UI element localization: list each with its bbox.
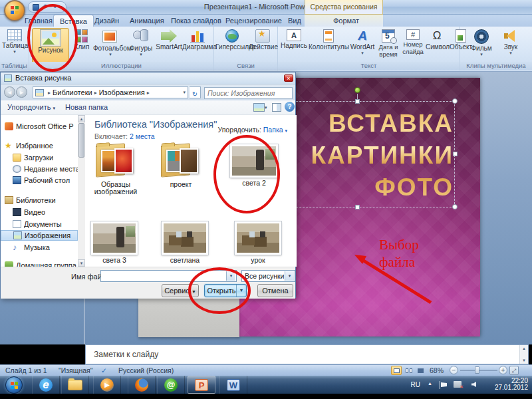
zoom-out-icon[interactable]: − bbox=[450, 366, 458, 374]
language-tray[interactable]: RU bbox=[411, 381, 420, 388]
sidebar-item-homegroup[interactable]: Домашняя группа bbox=[1, 260, 78, 267]
slide-sorter-button[interactable] bbox=[403, 366, 414, 375]
wordart-button[interactable]: A WordArt ▾ bbox=[348, 28, 376, 55]
clipart-button[interactable]: Клип bbox=[70, 28, 93, 51]
tab-animation[interactable]: Анимация bbox=[124, 15, 170, 27]
notes-panel[interactable]: Заметки к слайду ▲ ▼ bbox=[85, 344, 529, 364]
sidebar-item-video[interactable]: Видео bbox=[1, 207, 78, 217]
sidebar-item-music[interactable]: ♪ Музыка bbox=[1, 242, 78, 253]
file-sveta2-image[interactable]: света 2 bbox=[225, 144, 283, 187]
taskbar-word[interactable]: W bbox=[219, 376, 247, 394]
header-footer-button[interactable]: Колонтитулы bbox=[309, 28, 348, 51]
shapes-button[interactable]: Фигуры ▾ bbox=[128, 28, 154, 57]
scroll-up-icon[interactable]: ▲ bbox=[520, 345, 528, 352]
sidebar-item-recent[interactable]: Недавние места bbox=[1, 164, 78, 174]
zoom-in-icon[interactable]: + bbox=[499, 366, 507, 374]
back-icon[interactable]: ◄ bbox=[4, 86, 15, 98]
tray-network-icon[interactable] bbox=[454, 381, 462, 389]
resize-handle-bottom[interactable] bbox=[355, 205, 360, 209]
rotate-handle[interactable] bbox=[354, 87, 360, 93]
language-indicator[interactable]: Русский (Россия) bbox=[118, 366, 174, 374]
arrange-by[interactable]: Упорядочить: Папка ▾ bbox=[217, 126, 287, 134]
breadcrumb-libraries[interactable]: Библиотеки bbox=[53, 88, 92, 96]
tab-format[interactable]: Формат bbox=[327, 15, 365, 27]
filename-input[interactable]: ▾ bbox=[100, 270, 237, 282]
scroll-down-icon[interactable]: ▼ bbox=[78, 259, 85, 267]
file-urok-image[interactable]: урок bbox=[230, 221, 286, 264]
slide-number-button[interactable]: # Номер слайда bbox=[400, 28, 426, 55]
scroll-up-icon[interactable]: ▲ bbox=[78, 115, 85, 122]
taskbar-mailru-agent[interactable]: @ bbox=[157, 376, 185, 394]
resize-handle-top[interactable] bbox=[355, 99, 360, 104]
dialog-title-bar[interactable]: Вставка рисунка bbox=[1, 72, 295, 84]
breadcrumb-pictures[interactable]: Изображения bbox=[99, 88, 145, 96]
action-button[interactable]: ★ Действие bbox=[249, 28, 277, 51]
symbol-button[interactable]: Ω Символ bbox=[426, 28, 448, 51]
tools-button[interactable]: Сервис ▼ bbox=[162, 284, 199, 297]
tray-speaker-icon[interactable] bbox=[471, 381, 476, 388]
hyperlink-button[interactable]: Гиперссылка bbox=[215, 28, 249, 51]
tab-home[interactable]: Главная bbox=[19, 15, 59, 27]
taskbar-media-player[interactable]: ▶ bbox=[93, 376, 121, 394]
table-button[interactable]: Таблица ▾ bbox=[2, 28, 27, 54]
tray-expand-icon[interactable]: ▲ bbox=[428, 381, 432, 386]
file-svetlana-image[interactable]: светлана bbox=[157, 221, 213, 264]
sidebar-scrollbar[interactable]: ▲ ▼ bbox=[78, 115, 85, 267]
views-button[interactable]: ▾ bbox=[253, 102, 267, 112]
tab-slideshow[interactable]: Показ слайдов bbox=[165, 15, 227, 27]
scrollbar-thumb[interactable] bbox=[78, 123, 84, 158]
open-button[interactable]: Открыть ▼ bbox=[204, 284, 247, 297]
start-button[interactable] bbox=[5, 376, 23, 394]
file-project-folder[interactable]: проект bbox=[153, 144, 209, 188]
breadcrumb-dropdown-icon[interactable]: ▾ bbox=[183, 90, 188, 95]
search-input[interactable] bbox=[204, 87, 293, 99]
cancel-button[interactable]: Отмена bbox=[257, 284, 293, 297]
spellcheck-icon[interactable]: ✓ bbox=[101, 366, 107, 374]
includes-link[interactable]: 2 места bbox=[130, 132, 155, 140]
taskbar-explorer[interactable] bbox=[61, 376, 89, 394]
zoom-slider-thumb[interactable] bbox=[475, 366, 479, 374]
resize-handle-bottom-right[interactable] bbox=[452, 204, 458, 209]
slideshow-button[interactable] bbox=[415, 366, 426, 375]
resize-handle-top-right[interactable] bbox=[452, 98, 458, 104]
tray-clock[interactable]: 22:20 27.01.2012 bbox=[495, 378, 528, 391]
normal-view-button[interactable] bbox=[391, 366, 402, 375]
tab-review[interactable]: Рецензирование bbox=[219, 15, 288, 27]
photo-album-button[interactable]: Фотоальбом ▾ bbox=[93, 28, 128, 57]
organize-button[interactable]: Упорядочить ▾ bbox=[7, 103, 55, 111]
file-sveta3-image[interactable]: света 3 bbox=[86, 221, 142, 264]
sidebar-item-favorites[interactable]: ★ Избранное bbox=[1, 140, 78, 151]
textbox-button[interactable]: A Надпись bbox=[279, 28, 309, 50]
dropdown-icon[interactable]: ▾ bbox=[285, 271, 294, 281]
taskbar-ie[interactable]: e bbox=[32, 376, 60, 394]
tab-insert[interactable]: Вставка bbox=[53, 15, 94, 27]
resize-handle-right[interactable] bbox=[453, 152, 458, 156]
dropdown-icon[interactable]: ▾ bbox=[226, 271, 235, 281]
sidebar-item-pictures[interactable]: Изображения bbox=[1, 230, 78, 241]
taskbar-powerpoint[interactable]: P bbox=[188, 376, 215, 394]
forward-icon[interactable]: ► bbox=[16, 86, 27, 98]
sidebar-item-downloads[interactable]: Загрузки bbox=[1, 152, 78, 163]
tab-design[interactable]: Дизайн bbox=[88, 15, 125, 27]
tab-view[interactable]: Вид bbox=[282, 15, 307, 27]
sidebar-item-documents[interactable]: Документы bbox=[1, 219, 78, 229]
taskbar-firefox[interactable] bbox=[128, 376, 156, 394]
breadcrumb[interactable]: ▸ Библиотеки ▸ Изображения ▸ ▾ bbox=[33, 86, 188, 98]
slide-title-text[interactable]: ВСТАВКА КАРТИНКИ ФОТО bbox=[311, 108, 454, 203]
zoom-level[interactable]: 68% bbox=[430, 366, 444, 374]
file-samples-folder[interactable]: Образцы изображений bbox=[86, 144, 145, 196]
sidebar-item-office[interactable]: Microsoft Office P bbox=[1, 121, 78, 132]
fit-to-window-button[interactable]: ⤢ bbox=[509, 366, 519, 375]
date-time-button[interactable]: 5 Дата и время bbox=[376, 28, 400, 58]
preview-pane-button[interactable] bbox=[272, 102, 281, 112]
help-button[interactable]: ? bbox=[285, 102, 295, 112]
sidebar-item-libraries[interactable]: Библиотеки bbox=[1, 195, 78, 205]
sound-button[interactable]: Звук ▾ bbox=[497, 28, 524, 55]
notes-scrollbar[interactable]: ▲ ▼ bbox=[519, 345, 528, 364]
open-split-dropdown-icon[interactable]: ▼ bbox=[236, 285, 246, 297]
refresh-button[interactable]: ↻ bbox=[190, 86, 201, 98]
action-center-flag-icon[interactable] bbox=[441, 381, 447, 388]
scroll-down-icon[interactable]: ▼ bbox=[520, 357, 528, 364]
movie-button[interactable]: Фильм ▾ bbox=[467, 28, 496, 57]
dialog-close-button[interactable]: × bbox=[284, 74, 293, 82]
